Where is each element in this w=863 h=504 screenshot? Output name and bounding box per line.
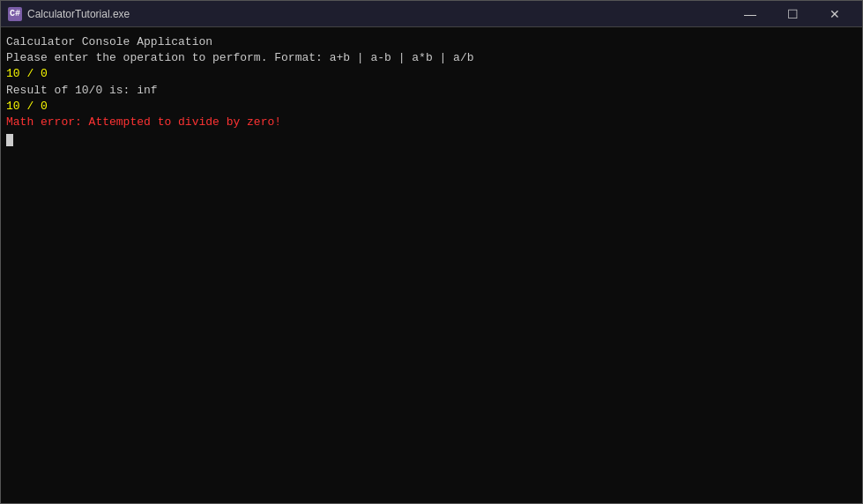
app-icon: C# (8, 7, 22, 21)
app-window: C# CalculatorTutorial.exe — ☐ ✕ Calculat… (0, 0, 863, 504)
minimize-button[interactable]: — (730, 1, 770, 27)
console-area: Calculator Console ApplicationPlease ent… (1, 27, 862, 503)
console-line: Result of 10/0 is: inf (6, 83, 857, 99)
window-title: CalculatorTutorial.exe (27, 8, 130, 20)
window-controls: — ☐ ✕ (730, 1, 855, 27)
console-line: Calculator Console Application (6, 34, 857, 50)
console-cursor-line (6, 130, 857, 146)
console-line: 10 / 0 (6, 99, 857, 115)
console-line: Please enter the operation to perform. F… (6, 50, 857, 66)
title-bar: C# CalculatorTutorial.exe — ☐ ✕ (1, 1, 862, 27)
console-line: Math error: Attempted to divide by zero! (6, 115, 857, 130)
close-button[interactable]: ✕ (815, 1, 855, 27)
title-bar-left: C# CalculatorTutorial.exe (8, 7, 130, 21)
maximize-button[interactable]: ☐ (772, 1, 813, 27)
console-line: 10 / 0 (6, 66, 857, 82)
console-cursor (6, 134, 13, 146)
